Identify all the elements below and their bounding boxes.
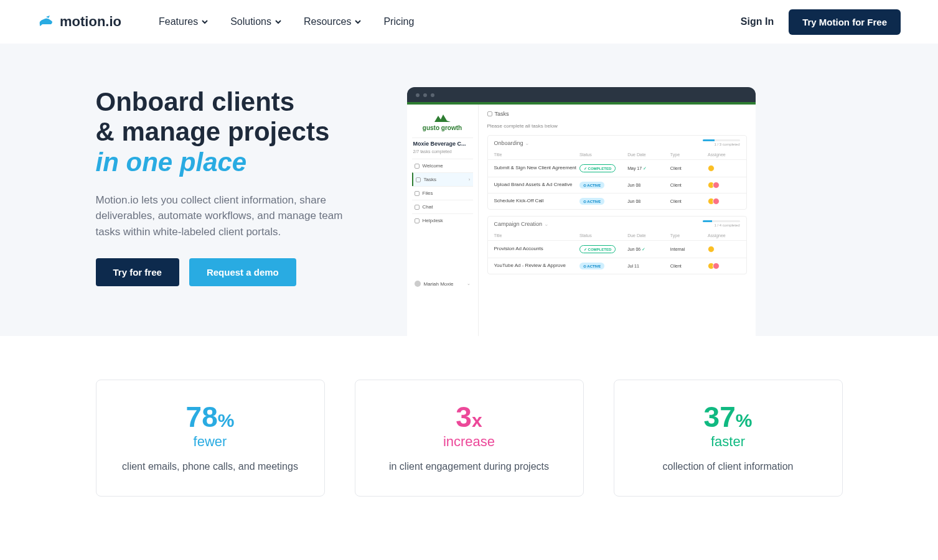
portal-logo: gusto growth bbox=[412, 110, 473, 138]
column-header: Type bbox=[670, 152, 708, 157]
avatar bbox=[713, 182, 720, 189]
stat-label: increase bbox=[370, 434, 568, 450]
try-free-button[interactable]: Try for free bbox=[96, 258, 179, 286]
task-assignees bbox=[708, 263, 740, 269]
column-header: Type bbox=[670, 233, 708, 238]
task-title: Provision Ad Accounts bbox=[494, 246, 579, 252]
user-name: Mariah Moxie bbox=[424, 281, 454, 287]
nav-icon bbox=[415, 191, 420, 196]
sidebar-item-files[interactable]: Files bbox=[412, 186, 473, 200]
logo[interactable]: motion.io bbox=[37, 14, 121, 30]
nav-label: Features bbox=[159, 16, 198, 27]
signin-link[interactable]: Sign In bbox=[741, 16, 774, 27]
avatar bbox=[708, 165, 715, 172]
nav-label: Helpdesk bbox=[423, 218, 443, 223]
task-status: ⊙ ACTIVE bbox=[579, 263, 627, 269]
stats-section: 78% fewer client emails, phone calls, an… bbox=[0, 336, 938, 521]
current-user[interactable]: Mariah Moxie⌄ bbox=[412, 277, 473, 291]
stat-number: 78% bbox=[111, 403, 309, 431]
task-type: Client bbox=[670, 199, 708, 203]
task-section: Onboarding ⌄ 1 / 3 completed TitleStatus… bbox=[487, 135, 747, 210]
task-due: Jun 08 bbox=[627, 199, 670, 203]
nav-icon bbox=[415, 218, 420, 223]
nav-icon bbox=[416, 177, 421, 182]
section-progress: 1 / 4 completed bbox=[703, 220, 740, 227]
sidebar-item-chat[interactable]: Chat bbox=[412, 200, 473, 213]
site-header: motion.io Features Solutions Resources P… bbox=[0, 0, 938, 44]
title-emphasis: in one place bbox=[96, 147, 370, 177]
column-header: Status bbox=[579, 152, 627, 157]
main-nav: Features Solutions Resources Pricing bbox=[159, 16, 414, 27]
stat-description: in client engagement during projects bbox=[370, 460, 568, 474]
nav-item-resources[interactable]: Resources bbox=[304, 16, 361, 27]
section-header[interactable]: Campaign Creation ⌄ 1 / 4 completed bbox=[488, 217, 746, 231]
column-header: Assignee bbox=[708, 152, 740, 157]
chevron-down-icon: ⌄ bbox=[544, 221, 549, 227]
stat-label: fewer bbox=[111, 434, 309, 450]
stat-number: 37% bbox=[629, 403, 827, 431]
column-header: Title bbox=[494, 152, 579, 157]
task-row[interactable]: YouTube Ad - Review & Approve ⊙ ACTIVE J… bbox=[488, 258, 746, 274]
header-right: Sign In Try Motion for Free bbox=[741, 9, 901, 35]
request-demo-button[interactable]: Request a demo bbox=[189, 258, 296, 286]
chevron-right-icon: › bbox=[469, 177, 471, 182]
header-left: motion.io Features Solutions Resources P… bbox=[37, 14, 414, 30]
task-type: Client bbox=[670, 264, 708, 268]
progress-text: 1 / 4 completed bbox=[714, 223, 739, 227]
task-assignees bbox=[708, 246, 740, 253]
app-mockup: gusto growth Moxie Beverage C... 2/7 tas… bbox=[407, 87, 756, 336]
portal-brand: gusto growth bbox=[423, 124, 462, 131]
mockup-sidebar: gusto growth Moxie Beverage C... 2/7 tas… bbox=[407, 105, 479, 336]
avatar bbox=[708, 246, 715, 253]
task-status: ✓ COMPLETED bbox=[579, 245, 627, 253]
stat-card: 37% faster collection of client informat… bbox=[614, 380, 843, 497]
nav-label: Pricing bbox=[383, 16, 414, 27]
sidebar-item-tasks[interactable]: Tasks› bbox=[412, 172, 473, 186]
nav-icon bbox=[415, 205, 420, 210]
title-line: Onboard clients bbox=[96, 87, 295, 116]
task-row[interactable]: Upload Brand Assets & Ad Creative ⊙ ACTI… bbox=[488, 177, 746, 193]
stat-label: faster bbox=[629, 434, 827, 450]
sidebar-item-welcome[interactable]: Welcome bbox=[412, 159, 473, 172]
page-subtext: Please complete all tasks below bbox=[487, 123, 747, 129]
nav-label: Welcome bbox=[423, 163, 443, 169]
tasks-icon bbox=[487, 111, 492, 116]
stat-card: 3x increase in client engagement during … bbox=[355, 380, 584, 497]
column-header: Due Date bbox=[627, 233, 670, 238]
stat-description: collection of client information bbox=[629, 460, 827, 474]
task-type: Client bbox=[670, 183, 708, 187]
window-controls bbox=[407, 93, 756, 102]
task-row[interactable]: Provision Ad Accounts ✓ COMPLETED Jun 06… bbox=[488, 240, 746, 258]
chevron-down-icon bbox=[202, 19, 208, 25]
task-status: ⊙ ACTIVE bbox=[579, 182, 627, 189]
nav-item-features[interactable]: Features bbox=[159, 16, 208, 27]
nav-label: Chat bbox=[423, 204, 433, 210]
nav-label: Resources bbox=[304, 16, 351, 27]
task-due: Jun 08 bbox=[627, 183, 670, 187]
section-title: Onboarding ⌄ bbox=[494, 140, 530, 146]
chevron-down-icon: ⌄ bbox=[525, 140, 530, 146]
task-type: Internal bbox=[670, 247, 708, 251]
task-row[interactable]: Submit & Sign New Client Agreement ✓ COM… bbox=[488, 159, 746, 177]
progress-bar bbox=[703, 139, 740, 141]
title-line: & manage projects bbox=[96, 117, 330, 146]
sidebar-item-helpdesk[interactable]: Helpdesk bbox=[412, 213, 473, 227]
nav-item-pricing[interactable]: Pricing bbox=[383, 16, 414, 27]
column-header: Title bbox=[494, 233, 579, 238]
section-header[interactable]: Onboarding ⌄ 1 / 3 completed bbox=[488, 136, 746, 150]
avatar bbox=[713, 198, 720, 205]
nav-label: Solutions bbox=[230, 16, 271, 27]
task-row[interactable]: Schedule Kick-Off Call ⊙ ACTIVE Jun 08 C… bbox=[488, 193, 746, 209]
page-heading: Tasks bbox=[487, 111, 747, 117]
task-title: Schedule Kick-Off Call bbox=[494, 198, 579, 204]
table-header: TitleStatusDue DateTypeAssignee bbox=[488, 150, 746, 159]
task-status: ✓ COMPLETED bbox=[579, 164, 627, 172]
try-free-button[interactable]: Try Motion for Free bbox=[789, 9, 901, 35]
nav-item-solutions[interactable]: Solutions bbox=[230, 16, 281, 27]
hero-description: Motion.io lets you collect client inform… bbox=[96, 192, 370, 240]
chevron-down-icon: ⌄ bbox=[467, 281, 471, 286]
progress-bar bbox=[703, 220, 740, 222]
task-section: Campaign Creation ⌄ 1 / 4 completed Titl… bbox=[487, 216, 747, 274]
section-title: Campaign Creation ⌄ bbox=[494, 221, 549, 227]
hero-copy: Onboard clients & manage projects in one… bbox=[96, 87, 370, 286]
